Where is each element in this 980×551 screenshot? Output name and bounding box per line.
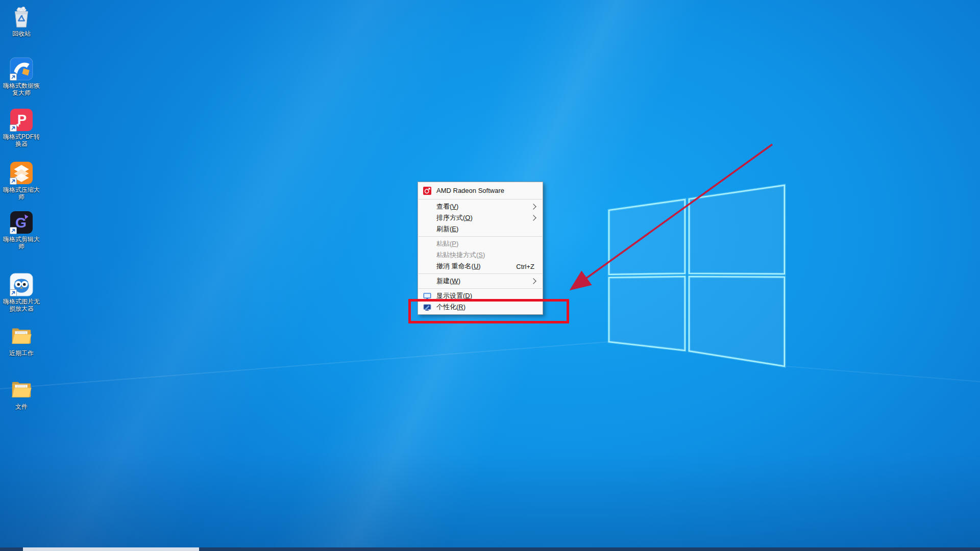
- menu-icon-gutter: [423, 277, 436, 285]
- hgs-pdf-converter-icon: P: [10, 108, 33, 132]
- desktop-icon-label: 嗨格式剪辑大师: [1, 236, 42, 250]
- menu-item-label: 撤消 重命名(U): [436, 262, 481, 271]
- desktop-icon-hgs-data-recovery[interactable]: 嗨格式数据恢复大师: [1, 57, 42, 96]
- menu-item-undo-rename[interactable]: 撤消 重命名(U)Ctrl+Z: [418, 261, 543, 272]
- menu-item-label: 刷新(E): [436, 224, 458, 234]
- desktop-icon-recent-work-folder[interactable]: 近期工作: [1, 324, 42, 357]
- menu-item-label: AMD Radeon Software: [436, 187, 504, 194]
- logo-pane-top-left: [609, 199, 685, 274]
- menu-item-label: 排序方式(O): [436, 213, 473, 222]
- svg-text:G: G: [15, 214, 27, 231]
- desktop-icon-label: 回收站: [1, 30, 42, 37]
- recent-work-folder-icon: [10, 324, 33, 348]
- desktop-context-menu: AMD Radeon Software查看(V)排序方式(O)刷新(E)粘贴(P…: [418, 182, 543, 315]
- shortcut-arrow-icon: [10, 73, 17, 81]
- menu-item-label: 查看(V): [436, 202, 458, 211]
- menu-item-label: 新建(W): [436, 277, 460, 286]
- recycle-bin-icon: [10, 5, 33, 29]
- menu-icon-gutter: [423, 214, 436, 222]
- menu-item-sort-by[interactable]: 排序方式(O): [418, 212, 543, 223]
- personalize-icon: [423, 303, 436, 311]
- taskbar-open-window-edge[interactable]: [23, 547, 199, 551]
- desktop-icon-column: 回收站嗨格式数据恢复大师P嗨格式PDF转换器嗨格式压缩大师G嗨格式剪辑大师嗨格式…: [0, 0, 47, 551]
- desktop-icon-hgs-clip-master[interactable]: G嗨格式剪辑大师: [1, 211, 42, 250]
- logo-pane-bottom-left: [609, 277, 685, 350]
- desktop-icon-hgs-pdf-converter[interactable]: P嗨格式PDF转换器: [1, 108, 42, 147]
- menu-separator: [419, 199, 542, 199]
- desktop-icon-hgs-image-enlarger[interactable]: 嗨格式图片无损放大器: [1, 273, 42, 312]
- menu-icon-gutter: [423, 251, 436, 259]
- hgs-data-recovery-icon: [10, 57, 33, 81]
- shortcut-arrow-icon: [10, 289, 17, 296]
- menu-icon-gutter: [423, 262, 436, 270]
- desktop-icon-recycle-bin[interactable]: 回收站: [1, 5, 42, 37]
- menu-shortcut-label: Ctrl+Z: [516, 263, 534, 270]
- submenu-chevron-icon: [530, 278, 536, 284]
- menu-icon-gutter: [423, 240, 436, 248]
- menu-item-new[interactable]: 新建(W): [418, 276, 543, 287]
- menu-item-display-settings[interactable]: 显示设置(D): [418, 290, 543, 302]
- menu-item-label: 粘贴(P): [436, 239, 458, 248]
- menu-icon-gutter: [423, 225, 436, 233]
- menu-item-amd-radeon-software[interactable]: AMD Radeon Software: [418, 184, 543, 197]
- windows-desktop: 回收站嗨格式数据恢复大师P嗨格式PDF转换器嗨格式压缩大师G嗨格式剪辑大师嗨格式…: [0, 0, 980, 551]
- menu-item-paste: 粘贴(P): [418, 238, 543, 249]
- logo-pane-bottom-right: [689, 277, 785, 366]
- menu-item-label: 个性化(R): [436, 303, 465, 312]
- amd-radeon-icon: [423, 187, 436, 195]
- desktop-icon-label: 文件: [1, 403, 42, 410]
- submenu-chevron-icon: [530, 215, 536, 220]
- shortcut-arrow-icon: [10, 178, 17, 185]
- menu-item-paste-shortcut: 粘贴快捷方式(S): [418, 249, 543, 261]
- logo-pane-top-right: [689, 185, 785, 274]
- desktop-icon-label: 近期工作: [1, 349, 42, 357]
- menu-separator: [419, 273, 542, 274]
- menu-item-label: 粘贴快捷方式(S): [436, 251, 485, 260]
- hgs-clip-master-icon: G: [10, 211, 33, 234]
- hgs-compressor-icon: [10, 161, 33, 185]
- shortcut-arrow-icon: [10, 124, 17, 132]
- menu-item-view[interactable]: 查看(V): [418, 201, 543, 212]
- submenu-chevron-icon: [530, 204, 536, 209]
- desktop-icon-files-folder[interactable]: 文件: [1, 378, 42, 410]
- menu-separator: [419, 236, 542, 237]
- menu-item-refresh[interactable]: 刷新(E): [418, 223, 543, 235]
- menu-separator: [419, 288, 542, 289]
- desktop-icon-label: 嗨格式PDF转换器: [1, 133, 42, 147]
- desktop-icon-label: 嗨格式压缩大师: [1, 186, 42, 201]
- shortcut-arrow-icon: [10, 227, 17, 234]
- menu-item-personalize[interactable]: 个性化(R): [418, 302, 543, 313]
- taskbar-edge[interactable]: [0, 547, 980, 551]
- desktop-icon-hgs-compressor[interactable]: 嗨格式压缩大师: [1, 161, 42, 201]
- hgs-image-enlarger-icon: [10, 273, 33, 296]
- desktop-icon-label: 嗨格式数据恢复大师: [1, 82, 42, 96]
- files-folder-icon: [10, 378, 33, 402]
- display-icon: [423, 292, 436, 300]
- desktop-icon-label: 嗨格式图片无损放大器: [1, 298, 42, 312]
- menu-icon-gutter: [423, 203, 436, 211]
- menu-item-label: 显示设置(D): [436, 291, 472, 300]
